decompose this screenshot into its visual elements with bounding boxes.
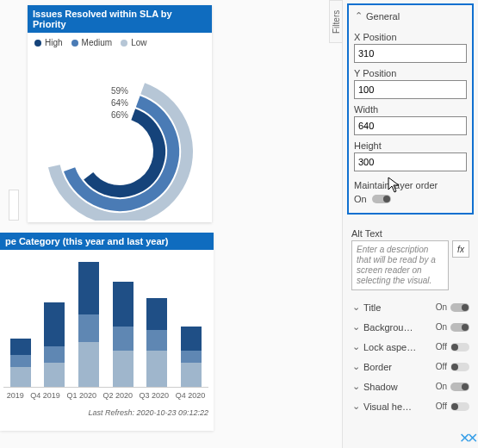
w-label: Width xyxy=(354,104,467,115)
bar-column xyxy=(10,339,31,387)
legend-medium: Medium xyxy=(71,38,113,47)
donut-legend: High Medium Low xyxy=(28,33,212,53)
format-panel: Filters ⌃ General X Position Y Position … xyxy=(342,0,478,448)
y-position-input[interactable] xyxy=(354,80,467,99)
property-state: On xyxy=(436,322,447,332)
property-row[interactable]: ⌄ShadowOn xyxy=(343,376,478,396)
last-refresh: Last Refresh: 2020-10-23 09:12:22 xyxy=(0,405,214,420)
x-position-input[interactable] xyxy=(354,44,467,63)
y-label: Y Position xyxy=(354,68,467,78)
property-row[interactable]: ⌄TitleOn xyxy=(343,297,478,317)
x-axis-label: Q2 2020 xyxy=(103,391,133,400)
maintain-toggle[interactable] xyxy=(372,195,391,203)
donut-value-1: 59% xyxy=(111,85,128,97)
property-toggle[interactable] xyxy=(450,323,469,332)
bar-column xyxy=(44,302,65,387)
property-label: Shadow xyxy=(363,382,398,392)
property-toggle[interactable] xyxy=(450,363,469,371)
property-toggle[interactable] xyxy=(450,343,469,352)
fx-button[interactable]: fx xyxy=(452,240,469,258)
property-state: Off xyxy=(436,401,447,411)
alt-text-label: Alt Text xyxy=(343,221,478,240)
property-state: Off xyxy=(436,342,447,352)
property-toggle[interactable] xyxy=(450,402,469,411)
x-axis-label: 2019 xyxy=(7,391,24,400)
bar-title: pe Category (this year and last year) xyxy=(0,233,214,250)
chevron-up-icon: ⌃ xyxy=(354,10,363,22)
bar-column xyxy=(181,327,202,387)
bar-card[interactable]: pe Category (this year and last year) 20… xyxy=(0,233,214,431)
x-label: X Position xyxy=(354,32,467,42)
property-label: Title xyxy=(363,302,381,313)
property-toggle[interactable] xyxy=(450,383,469,391)
bar-column xyxy=(146,298,167,387)
property-label: Lock aspe… xyxy=(363,342,416,352)
general-header[interactable]: ⌃ General xyxy=(354,9,467,27)
donut-chart: 59% 64% 66% xyxy=(28,53,212,225)
property-row[interactable]: ⌄Backgrou…On xyxy=(343,317,478,337)
h-label: Height xyxy=(354,140,467,151)
report-canvas: Issues Resolved within SLA by Priority H… xyxy=(0,0,345,448)
chevron-down-icon: ⌄ xyxy=(351,302,360,313)
chevron-down-icon: ⌄ xyxy=(351,401,360,412)
property-row[interactable]: ⌄BorderOff xyxy=(343,357,478,376)
brand-decoration: ✕✕ xyxy=(459,430,475,446)
x-axis-label: Q1 2020 xyxy=(66,391,96,400)
alt-text-input[interactable]: Enter a description that will be read by… xyxy=(351,240,449,290)
property-state: On xyxy=(436,382,447,391)
property-row[interactable]: ⌄Visual he…Off xyxy=(343,396,478,416)
property-label: Border xyxy=(363,362,392,372)
property-label: Visual he… xyxy=(363,401,412,412)
width-input[interactable] xyxy=(354,116,467,135)
property-label: Backgrou… xyxy=(363,322,413,333)
bar-column xyxy=(78,262,99,387)
donut-value-2: 64% xyxy=(111,97,128,109)
maintain-label: Maintain layer order xyxy=(354,180,467,190)
bar-column xyxy=(113,282,133,387)
card-handle[interactable] xyxy=(9,190,19,221)
x-axis-label: Q4 2019 xyxy=(30,391,60,400)
donut-card[interactable]: Issues Resolved within SLA by Priority H… xyxy=(28,5,212,222)
property-state: Off xyxy=(436,362,447,371)
property-toggle[interactable] xyxy=(450,303,469,312)
chevron-down-icon: ⌄ xyxy=(351,361,360,372)
property-row[interactable]: ⌄Lock aspe…Off xyxy=(343,337,478,357)
legend-high: High xyxy=(34,38,63,47)
chevron-down-icon: ⌄ xyxy=(351,381,360,392)
maintain-state: On xyxy=(354,194,367,204)
x-axis-label: Q3 2020 xyxy=(140,391,170,400)
donut-value-3: 66% xyxy=(111,109,128,121)
legend-low: Low xyxy=(121,38,146,47)
chevron-down-icon: ⌄ xyxy=(351,321,360,333)
bar-chart: 2019Q4 2019Q1 2020Q2 2020Q3 2020Q4 2020 xyxy=(0,250,214,405)
donut-title: Issues Resolved within SLA by Priority xyxy=(28,5,212,33)
height-input[interactable] xyxy=(354,152,467,171)
filters-tab[interactable]: Filters xyxy=(329,0,343,43)
general-section: ⌃ General X Position Y Position Width He… xyxy=(347,3,474,215)
chevron-down-icon: ⌄ xyxy=(351,341,360,352)
x-axis-label: Q4 2020 xyxy=(176,391,206,400)
donut-svg xyxy=(38,57,202,221)
property-state: On xyxy=(436,302,447,312)
